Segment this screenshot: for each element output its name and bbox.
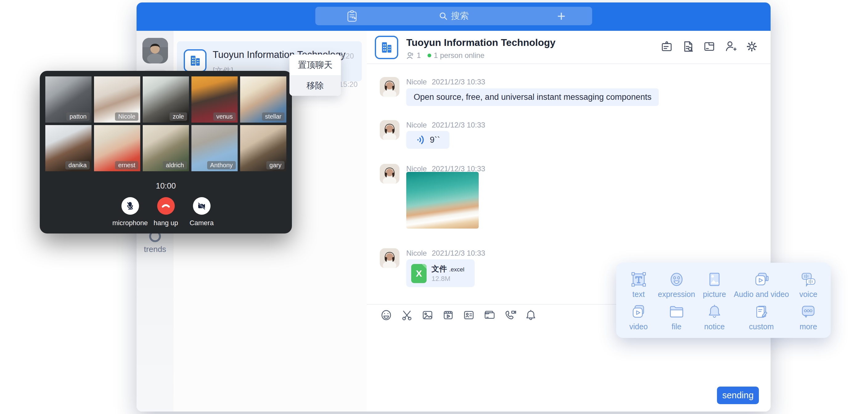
group-file-icon[interactable]	[703, 40, 716, 53]
settings-gear-icon[interactable]	[745, 40, 758, 53]
call-timer: 10:00	[40, 181, 292, 191]
chat-title: Tuoyun Information Technology	[406, 37, 555, 49]
avatar[interactable]	[143, 38, 168, 63]
image-icon[interactable]	[421, 309, 434, 321]
voice-wave-icon	[416, 135, 426, 145]
search-input[interactable]: 搜索	[315, 7, 592, 25]
notification-bell-icon[interactable]	[525, 309, 537, 321]
participant-tile: ernest	[94, 125, 140, 171]
control-label: microphone	[113, 219, 148, 227]
context-menu: 置顶聊天 移除	[289, 55, 341, 96]
search-icon	[439, 11, 448, 21]
add-member-icon[interactable]	[724, 40, 737, 53]
attach-item-file[interactable]: file	[658, 303, 695, 332]
sender-name: Nicole	[406, 249, 427, 257]
participant-name: Anthony	[207, 161, 236, 169]
more-dots-icon	[800, 303, 817, 320]
attach-item-expression[interactable]: expression	[658, 271, 695, 300]
screenshot-scissors-icon[interactable]	[401, 309, 413, 321]
sender-name: Nicole	[406, 77, 427, 86]
attach-item-notice[interactable]: notice	[696, 303, 733, 332]
online-dot	[428, 54, 431, 57]
message-time: 2021/12/3 10:33	[432, 77, 486, 86]
send-button[interactable]: sending	[717, 387, 759, 404]
chat-history-search-icon[interactable]	[682, 40, 694, 53]
text-frame-icon	[630, 271, 647, 288]
attach-item-audio-video[interactable]: Audio and video	[734, 271, 789, 300]
contact-card-icon[interactable]	[463, 309, 475, 321]
audio-video-icon	[753, 271, 770, 288]
attach-item-picture[interactable]: picture	[696, 271, 733, 300]
custom-edit-icon	[753, 303, 770, 320]
conversation-time-2: 15:20	[339, 80, 358, 89]
participant-tile: zole	[143, 76, 189, 123]
attach-label: expression	[658, 290, 695, 299]
participant-name: stellar	[262, 113, 284, 121]
camera-button[interactable]	[193, 197, 211, 215]
menu-item-remove[interactable]: 移除	[289, 75, 341, 96]
message-bubble[interactable]: Open source, free, and universal instant…	[406, 88, 659, 106]
file-message-bubble[interactable]: X 文件 .excel 12.8M	[406, 259, 475, 287]
top-bar: 搜索 +	[136, 2, 771, 31]
attach-label: file	[672, 322, 682, 331]
video-clip-icon[interactable]	[442, 309, 454, 321]
emoji-icon[interactable]	[380, 309, 393, 321]
attach-item-custom[interactable]: custom	[734, 303, 789, 332]
attach-item-voice[interactable]: voice	[790, 271, 827, 300]
control-label: hang up	[154, 219, 178, 227]
trends-label: trends	[136, 245, 174, 254]
microphone-button[interactable]	[121, 197, 139, 215]
call-controls: microphone hang up	[40, 197, 292, 227]
folder-icon[interactable]	[483, 309, 496, 321]
attach-label: custom	[749, 322, 774, 331]
participant-name: Nicole	[115, 113, 138, 121]
notice-board-icon[interactable]	[660, 40, 673, 53]
expression-smiley-icon	[668, 271, 685, 288]
avatar[interactable]	[380, 164, 400, 184]
attach-item-more[interactable]: more	[790, 303, 827, 332]
participant-name: gary	[266, 161, 284, 169]
hang-up-button[interactable]	[157, 197, 175, 215]
excel-file-icon: X	[411, 264, 427, 283]
image-message-beach[interactable]	[406, 172, 479, 229]
members-icon	[406, 52, 414, 59]
video-call-icon[interactable]	[504, 309, 516, 321]
composer-toolbar	[380, 309, 537, 321]
file-folder-icon	[668, 303, 685, 320]
message-time: 2021/12/3 10:33	[432, 249, 486, 257]
voice-message-bubble[interactable]: 9``	[406, 131, 450, 149]
search-placeholder: 搜索	[451, 10, 469, 22]
sidebar-item-trends[interactable]: trends	[136, 230, 174, 254]
participant-name: ernest	[115, 161, 138, 169]
attach-item-text[interactable]: text	[620, 271, 656, 300]
avatar[interactable]	[380, 77, 400, 97]
search-bar[interactable]: 搜索 +	[315, 7, 592, 25]
chat-meta: 1 1 person online	[406, 51, 484, 60]
notice-bell-icon	[706, 303, 723, 320]
participant-tile: Nicole	[94, 76, 140, 123]
group-icon	[184, 49, 207, 72]
plus-icon[interactable]: +	[553, 7, 570, 25]
voice-bubbles-icon	[800, 271, 817, 288]
participant-tile: stellar	[240, 76, 286, 123]
participant-name: aldrich	[163, 161, 187, 169]
menu-item-pin-chat[interactable]: 置顶聊天	[289, 55, 341, 75]
participant-tile: danika	[45, 125, 92, 171]
attach-label: voice	[799, 290, 817, 299]
attach-item-video[interactable]: video	[620, 303, 656, 332]
member-count: 1	[417, 51, 421, 60]
group-icon	[375, 36, 398, 59]
avatar[interactable]	[380, 248, 400, 268]
sender-name: Nicole	[406, 121, 427, 129]
participant-tile: aldrich	[143, 125, 189, 171]
participant-grid: patton Nicole zole venus stellar danika …	[45, 76, 286, 171]
control-label: Camera	[190, 219, 214, 227]
attach-label: Audio and video	[734, 290, 789, 299]
avatar[interactable]	[380, 120, 400, 140]
participant-name: zole	[169, 113, 187, 121]
sender-name: Nicole	[406, 164, 427, 173]
camera-muted-icon	[197, 201, 206, 211]
participant-name: venus	[213, 113, 236, 121]
message-time: 2021/12/3 10:33	[432, 164, 486, 173]
hangup-icon	[161, 201, 171, 211]
